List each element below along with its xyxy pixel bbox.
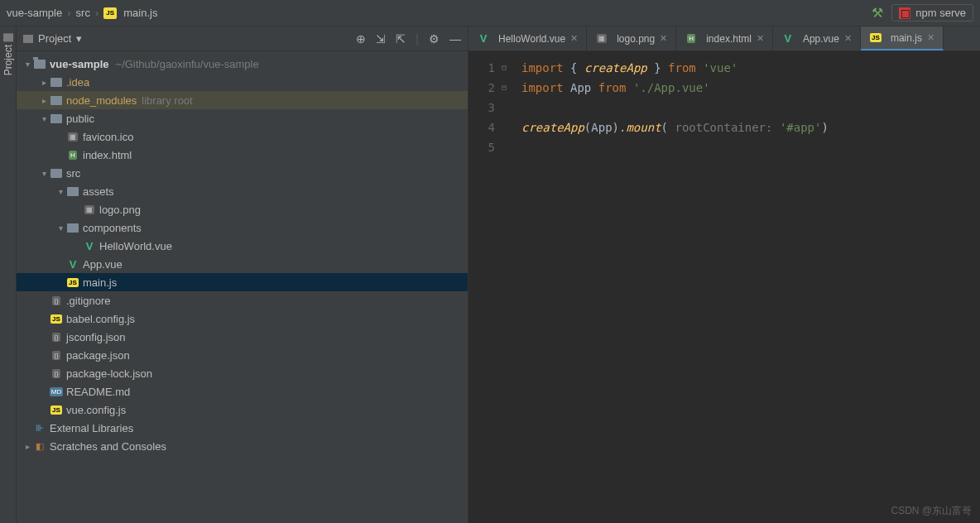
tree-row[interactable]: ▾src [17, 164, 468, 182]
line-number: 2 [468, 78, 495, 98]
editor-tab[interactable]: JSmain.js✕ [861, 26, 944, 50]
tree-item-label: vue.config.js [66, 404, 126, 416]
tree-item-label: logo.png [99, 204, 141, 216]
chevron-down-icon[interactable]: ▾ [38, 169, 50, 178]
folder-icon [3, 33, 13, 41]
close-icon[interactable]: ✕ [660, 33, 667, 44]
tree-row[interactable]: {}jsconfig.json [17, 328, 468, 346]
tree-row[interactable]: MDREADME.md [17, 382, 468, 401]
gear-icon[interactable]: ⚙ [429, 32, 440, 46]
tree-row[interactable]: ▾components [17, 218, 468, 237]
project-tree[interactable]: ▾vue-sample~/Github/gaoxinfu/vue-sample▸… [17, 51, 468, 523]
build-icon[interactable]: ⚒ [872, 5, 883, 21]
tree-item-label: main.js [83, 276, 117, 289]
fold-marker[interactable]: ⊟ [502, 58, 518, 78]
code-line[interactable] [521, 98, 829, 118]
image-file-icon: ▦ [595, 33, 608, 45]
breadcrumb-item-2[interactable]: JS main.js [103, 7, 157, 19]
run-config-selector[interactable]: npm serve [891, 4, 973, 22]
tree-row[interactable]: ▸.idea [17, 73, 468, 91]
tree-row[interactable]: JSvue.config.js [17, 401, 468, 419]
tree-row[interactable]: VApp.vue [17, 255, 468, 273]
tree-item-label: Scratches and Consoles [50, 440, 166, 453]
code-token: App [564, 81, 598, 94]
tree-row[interactable]: {}package.json [17, 346, 468, 364]
left-tool-gutter: Project [0, 26, 17, 523]
editor-tab[interactable]: ▦logo.png✕ [587, 26, 676, 50]
close-icon[interactable]: ✕ [927, 32, 934, 43]
code-token: '#app' [780, 121, 822, 134]
chevron-down-icon[interactable]: ▾ [38, 114, 50, 123]
expand-all-icon[interactable]: ⇲ [376, 32, 386, 46]
select-opened-icon[interactable]: ⊕ [356, 32, 366, 46]
folder-icon [66, 222, 79, 233]
editor-body[interactable]: 12345 ⊟⊟ import { createApp } from 'vue'… [468, 51, 980, 523]
chevron-down-icon[interactable]: ▾ [22, 60, 33, 69]
tree-row[interactable]: ▦logo.png [17, 200, 468, 218]
json-file-icon: {} [50, 367, 63, 379]
code-line[interactable]: import { createApp } from 'vue' [521, 58, 829, 78]
chevron-down-icon[interactable]: ▾ [55, 187, 66, 196]
image-file-icon: ▦ [83, 204, 96, 215]
js-file-icon: JS [103, 7, 117, 19]
folder-icon [33, 58, 46, 70]
tree-row[interactable]: ▾assets [17, 182, 468, 200]
close-icon[interactable]: ✕ [844, 33, 852, 44]
folder-icon [50, 167, 63, 179]
tree-item-label: public [66, 113, 94, 125]
tree-row[interactable]: VHelloWorld.vue [17, 237, 468, 255]
tree-row[interactable]: {}.gitignore [17, 291, 468, 309]
editor-area: VHelloWorld.vue✕▦logo.png✕Hindex.html✕VA… [468, 26, 980, 523]
code-token: import [521, 81, 564, 94]
code-line[interactable]: import App from './App.vue' [521, 78, 829, 98]
tree-item-label: HelloWorld.vue [99, 240, 172, 252]
code-token: from [598, 81, 627, 94]
code-line[interactable]: createApp(App).mount( rootContainer: '#a… [521, 118, 829, 137]
vue-file-icon: V [781, 33, 795, 45]
editor-tab[interactable]: Hindex.html✕ [676, 26, 773, 50]
tree-row[interactable]: JSmain.js [17, 273, 468, 291]
tree-row[interactable]: ▾public [17, 109, 468, 127]
close-icon[interactable]: ✕ [757, 33, 764, 44]
code-token: import [521, 61, 564, 74]
folder-icon [66, 185, 79, 197]
code-token: mount [626, 121, 661, 134]
collapse-all-icon[interactable]: ⇱ [396, 32, 406, 46]
folder-icon [50, 113, 63, 124]
tree-row[interactable]: {}package-lock.json [17, 364, 468, 382]
tree-row[interactable]: ▦favicon.ico [17, 127, 468, 146]
folder-icon [50, 76, 63, 88]
breadcrumb-item-0[interactable]: vue-sample [7, 7, 62, 19]
tree-row[interactable]: ⊪External Libraries [17, 419, 468, 437]
project-tool-tab[interactable]: Project [2, 33, 14, 75]
top-right-toolbar: ⚒ npm serve [872, 4, 973, 22]
chevron-right-icon[interactable]: ▸ [22, 442, 33, 451]
json-file-icon: {} [50, 331, 63, 343]
chevron-down-icon[interactable]: ▾ [55, 223, 66, 233]
fold-marker[interactable]: ⊟ [502, 78, 518, 98]
tree-row[interactable]: Hindex.html [17, 146, 468, 164]
code-content[interactable]: import { createApp } from 'vue'import Ap… [518, 51, 829, 523]
tree-row[interactable]: ▸◧Scratches and Consoles [17, 437, 468, 455]
editor-tab[interactable]: VHelloWorld.vue✕ [468, 26, 587, 50]
breadcrumb-item-1[interactable]: src [76, 7, 90, 19]
chevron-right-icon[interactable]: ▸ [38, 96, 50, 105]
json-file-icon: {} [50, 295, 63, 306]
markdown-file-icon: MD [50, 386, 63, 397]
tree-row[interactable]: ▸node_moduleslibrary root [17, 91, 468, 109]
tree-row[interactable]: ▾vue-sample~/Github/gaoxinfu/vue-sample [17, 55, 468, 73]
vue-file-icon: V [477, 33, 490, 45]
vue-file-icon: V [66, 258, 79, 270]
tree-item-label: jsconfig.json [66, 331, 126, 343]
library-icon: ⊪ [33, 422, 46, 434]
code-line[interactable] [521, 137, 829, 157]
tree-row[interactable]: JSbabel.config.js [17, 309, 468, 328]
close-icon[interactable]: ✕ [570, 33, 578, 44]
panel-title-dropdown[interactable]: Project ▾ [23, 32, 82, 45]
fold-gutter[interactable]: ⊟⊟ [502, 51, 518, 523]
tree-item-label: babel.config.js [66, 313, 135, 325]
editor-tab[interactable]: VApp.vue✕ [773, 26, 861, 50]
code-token: './App.vue' [633, 81, 710, 94]
chevron-right-icon[interactable]: ▸ [38, 78, 50, 87]
minimize-icon[interactable]: — [449, 32, 461, 46]
